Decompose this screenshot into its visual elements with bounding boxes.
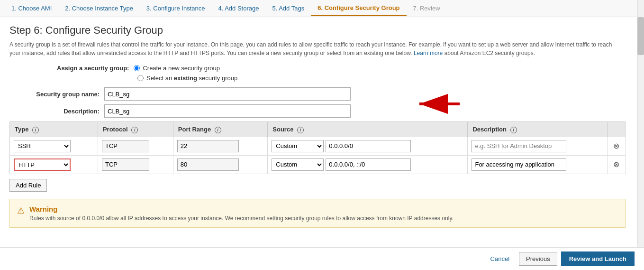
- step-review: 7. Review: [407, 1, 447, 16]
- type-select-2[interactable]: SSH HTTP HTTPS Custom TCP All traffic: [14, 158, 71, 171]
- source-container-1: Custom Anywhere My IP: [272, 140, 463, 152]
- remove-button-2[interactable]: ⊗: [611, 159, 621, 170]
- table-row: SSH HTTP HTTPS Custom TCP All traffic: [10, 137, 626, 156]
- desc-cell-2: [468, 155, 608, 174]
- previous-button[interactable]: Previous: [519, 252, 557, 266]
- name-row: Security group name:: [9, 87, 626, 101]
- footer: Cancel Previous Review and Launch: [0, 247, 644, 270]
- warning-text: Rules with source of 0.0.0.0/0 allow all…: [29, 215, 454, 222]
- step-choose-instance-type[interactable]: 2. Choose Instance Type: [58, 1, 140, 16]
- col-port-range: Port Range i: [173, 122, 268, 137]
- desc-input-2[interactable]: [472, 158, 566, 171]
- form-container: Security group name: Description:: [9, 87, 626, 118]
- col-protocol: Protocol i: [98, 122, 173, 137]
- warning-content: Warning Rules with source of 0.0.0.0/0 a…: [29, 205, 454, 222]
- port-input-2[interactable]: [177, 158, 239, 171]
- source-value-input-1[interactable]: [326, 140, 411, 152]
- source-info-icon[interactable]: i: [297, 127, 304, 133]
- option-new-label: Create a new security group: [143, 65, 220, 72]
- red-arrow-annotation: [415, 92, 462, 116]
- remove-cell-1: ⊗: [608, 137, 626, 156]
- source-cell-2: Custom Anywhere My IP: [268, 155, 468, 174]
- desc-input-1[interactable]: [472, 140, 566, 152]
- protocol-info-icon[interactable]: i: [131, 127, 138, 133]
- desc-label: Description:: [9, 108, 104, 115]
- step-configure-security-group[interactable]: 6. Configure Security Group: [311, 0, 406, 16]
- source-select-2[interactable]: Custom Anywhere My IP: [272, 158, 324, 171]
- cancel-button[interactable]: Cancel: [485, 252, 515, 265]
- type-info-icon[interactable]: i: [32, 127, 39, 133]
- protocol-input-2: [102, 158, 149, 171]
- step-choose-ami[interactable]: 1. Choose AMI: [5, 1, 58, 16]
- page-title: Step 6: Configure Security Group: [9, 24, 626, 37]
- port-cell-1: [173, 137, 268, 156]
- page-description: A security group is a set of firewall ru…: [9, 40, 621, 57]
- step-configure-instance[interactable]: 3. Configure Instance: [140, 1, 212, 16]
- col-actions: [608, 122, 626, 137]
- source-select-1[interactable]: Custom Anywhere My IP: [272, 140, 324, 152]
- wizard-steps: 1. Choose AMI 2. Choose Instance Type 3.…: [0, 0, 644, 17]
- assign-security-group: Assign a security group: Create a new se…: [9, 65, 626, 82]
- type-cell-1: SSH HTTP HTTPS Custom TCP All traffic: [10, 137, 98, 156]
- source-value-input-2[interactable]: [326, 158, 411, 171]
- add-rule-button[interactable]: Add Rule: [9, 179, 47, 192]
- description-suffix: about Amazon EC2 security groups.: [444, 50, 535, 56]
- col-source: Source i: [268, 122, 468, 137]
- type-cell-2: SSH HTTP HTTPS Custom TCP All traffic: [10, 155, 98, 174]
- col-description: Description i: [468, 122, 608, 137]
- name-label: Security group name:: [9, 91, 104, 98]
- desc-info-icon[interactable]: i: [510, 127, 517, 133]
- warning-icon: ⚠: [17, 205, 25, 216]
- step-add-tags[interactable]: 5. Add Tags: [265, 1, 311, 16]
- option-existing-row: Select an existing security group: [57, 74, 626, 82]
- step-add-storage[interactable]: 4. Add Storage: [211, 1, 265, 16]
- source-container-2: Custom Anywhere My IP: [272, 158, 463, 171]
- main-content: Step 6: Configure Security Group A secur…: [0, 17, 635, 242]
- remove-button-1[interactable]: ⊗: [611, 140, 621, 151]
- radio-create-new[interactable]: [134, 65, 140, 71]
- warning-title: Warning: [29, 205, 454, 213]
- desc-row: Description:: [9, 104, 626, 118]
- rules-table: Type i Protocol i Port Range i Source i: [9, 121, 626, 174]
- col-type: Type i: [10, 122, 98, 137]
- assign-label-row: Assign a security group: Create a new se…: [57, 65, 626, 72]
- remove-cell-2: ⊗: [608, 155, 626, 174]
- protocol-cell-1: [98, 137, 173, 156]
- port-cell-2: [173, 155, 268, 174]
- table-row: SSH HTTP HTTPS Custom TCP All traffic: [10, 155, 626, 174]
- port-info-icon[interactable]: i: [215, 127, 221, 133]
- type-select-1[interactable]: SSH HTTP HTTPS Custom TCP All traffic: [14, 140, 71, 152]
- source-cell-1: Custom Anywhere My IP: [268, 137, 468, 156]
- protocol-input-1: [102, 140, 149, 152]
- assign-label: Assign a security group:: [57, 65, 129, 72]
- port-input-1[interactable]: [177, 140, 239, 152]
- review-launch-button[interactable]: Review and Launch: [561, 251, 635, 266]
- radio-select-existing[interactable]: [137, 75, 144, 81]
- security-group-desc-input[interactable]: [104, 104, 351, 118]
- learn-more-link[interactable]: Learn more: [414, 50, 443, 56]
- protocol-cell-2: [98, 155, 173, 174]
- option-existing-label: Select an existing security group: [146, 74, 237, 82]
- warning-box: ⚠ Warning Rules with source of 0.0.0.0/0…: [9, 199, 626, 228]
- desc-cell-1: [468, 137, 608, 156]
- security-group-name-input[interactable]: [104, 87, 351, 101]
